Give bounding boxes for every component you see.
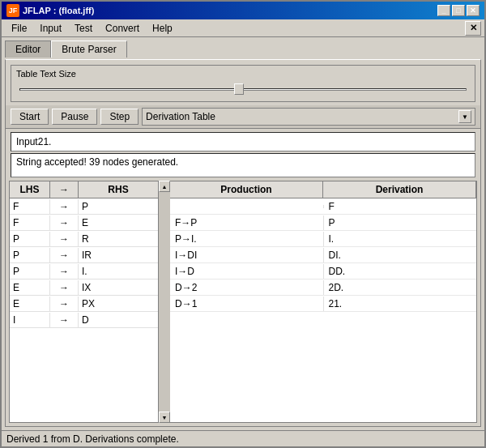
cell-derivation: P	[324, 215, 477, 230]
cell-arrow: →	[50, 313, 79, 327]
header-derivation: Derivation	[323, 181, 476, 198]
main-tables: LHS → RHS F → P F → E P → R P → IR	[9, 181, 477, 423]
start-button[interactable]: Start	[11, 109, 49, 125]
cell-lhs: P	[10, 248, 50, 262]
header-arrow: →	[50, 181, 79, 198]
header-lhs: LHS	[10, 181, 50, 198]
toolbar: Start Pause Step Derivation Table ▼	[6, 105, 480, 129]
prod-deriv-header: Production Derivation	[170, 181, 476, 198]
tab-brute-parser[interactable]: Brute Parser	[51, 41, 126, 58]
table-text-size-box: Table Text Size	[11, 65, 475, 102]
table-row: F → E	[10, 215, 158, 231]
cell-arrow: →	[50, 264, 79, 279]
cell-rhs: R	[79, 232, 158, 246]
title-bar: JF JFLAP : (float.jff) _ □ ✕	[2, 2, 484, 19]
menu-bar: File Input Test Convert Help ✕	[2, 19, 484, 37]
input-value: 21.	[38, 136, 52, 147]
app-icon-label: JF	[9, 6, 18, 15]
table-row: P → I.	[10, 263, 158, 279]
table-row: I → D	[10, 312, 158, 328]
lhs-rhs-header: LHS → RHS	[10, 181, 158, 198]
cell-production: D→1	[170, 297, 324, 311]
scroll-up-button[interactable]: ▲	[159, 181, 170, 192]
cell-rhs: I.	[79, 264, 158, 279]
cell-lhs: F	[10, 215, 50, 230]
slider-thumb[interactable]	[234, 83, 244, 95]
lhs-rhs-body: F → P F → E P → R P → IR P → I. E → IX E…	[10, 198, 158, 328]
cell-arrow: →	[50, 248, 79, 262]
cell-derivation: I.	[324, 232, 477, 246]
title-bar-left: JF JFLAP : (float.jff)	[6, 4, 94, 17]
cell-derivation: 2D.	[324, 280, 477, 295]
status-message: String accepted! 39 nodes generated.	[16, 156, 178, 168]
input-area: Input 21.	[11, 132, 475, 151]
cell-rhs: IR	[79, 248, 158, 262]
cell-rhs: IX	[79, 280, 158, 295]
tab-editor[interactable]: Editor	[5, 41, 51, 58]
cell-production: I→DI	[170, 248, 324, 262]
title-buttons: _ □ ✕	[437, 5, 480, 16]
menu-help[interactable]: Help	[146, 21, 179, 36]
window-title: JFLAP : (float.jff)	[23, 6, 94, 15]
cell-production: D→2	[170, 280, 324, 295]
cell-derivation: 21.	[324, 297, 477, 311]
cell-derivation: F	[324, 199, 477, 214]
cell-rhs: E	[79, 215, 158, 230]
maximize-button[interactable]: □	[452, 5, 465, 16]
table-text-size-label: Table Text Size	[16, 69, 470, 79]
scroll-down-button[interactable]: ▼	[159, 412, 170, 423]
cell-rhs: D	[79, 313, 158, 327]
window-close-button[interactable]: ✕	[467, 5, 480, 16]
step-button[interactable]: Step	[100, 109, 139, 125]
status-area: String accepted! 39 nodes generated.	[11, 153, 475, 177]
table-row: D→1 21.	[170, 296, 476, 312]
cell-rhs: PX	[79, 297, 158, 311]
minimize-button[interactable]: _	[437, 5, 450, 16]
dropdown-arrow-icon: ▼	[458, 110, 471, 123]
cell-arrow: →	[50, 232, 79, 246]
cell-lhs: P	[10, 232, 50, 246]
menu-input[interactable]: Input	[33, 21, 68, 36]
table-row: I→D DD.	[170, 263, 476, 279]
panel-close-button[interactable]: ✕	[465, 21, 481, 36]
cell-lhs: I	[10, 313, 50, 327]
cell-lhs: F	[10, 199, 50, 214]
cell-production: I→D	[170, 264, 324, 279]
cell-production: P→I.	[170, 232, 324, 246]
menu-file[interactable]: File	[5, 21, 33, 36]
menu-test[interactable]: Test	[68, 21, 99, 36]
table-row: P → R	[10, 231, 158, 247]
scroll-track	[159, 192, 170, 412]
tab-content: Table Text Size Start Pause Step Derivat…	[5, 59, 481, 427]
menu-convert[interactable]: Convert	[99, 21, 146, 36]
tab-editor-label: Editor	[15, 44, 40, 55]
table-row: F→P P	[170, 215, 476, 231]
cell-arrow: →	[50, 215, 79, 230]
cell-lhs: E	[10, 280, 50, 295]
middle-scrollbar[interactable]: ▲ ▼	[159, 181, 170, 423]
text-size-slider[interactable]	[16, 82, 470, 96]
table-row: F → P	[10, 198, 158, 215]
table-row: E → PX	[10, 296, 158, 312]
table-row: P → IR	[10, 247, 158, 263]
tabs-row: Editor Brute Parser	[5, 41, 481, 58]
cell-rhs: P	[79, 199, 158, 214]
pause-button[interactable]: Pause	[52, 109, 97, 125]
table-row: F	[170, 198, 476, 215]
derivation-dropdown[interactable]: Derivation Table ▼	[142, 108, 475, 126]
table-row: E → IX	[10, 279, 158, 296]
cell-production	[170, 205, 324, 208]
cell-lhs: E	[10, 297, 50, 311]
prod-deriv-body: F F→P P P→I. I. I→DI DI. I→D DD. D→2 2D.…	[170, 198, 476, 422]
content-area: Editor Brute Parser Table Text Size Star…	[2, 37, 484, 430]
prod-deriv-table: Production Derivation F F→P P P→I. I. I→…	[170, 181, 477, 423]
table-row: I→DI DI.	[170, 247, 476, 263]
table-row: P→I. I.	[170, 231, 476, 247]
cell-arrow: →	[50, 280, 79, 295]
cell-production: F→P	[170, 215, 324, 230]
cell-arrow: →	[50, 199, 79, 214]
lhs-rhs-table: LHS → RHS F → P F → E P → R P → IR	[9, 181, 159, 423]
table-row: D→2 2D.	[170, 279, 476, 296]
main-window: JF JFLAP : (float.jff) _ □ ✕ File Input …	[0, 0, 486, 448]
header-rhs: RHS	[79, 181, 158, 198]
